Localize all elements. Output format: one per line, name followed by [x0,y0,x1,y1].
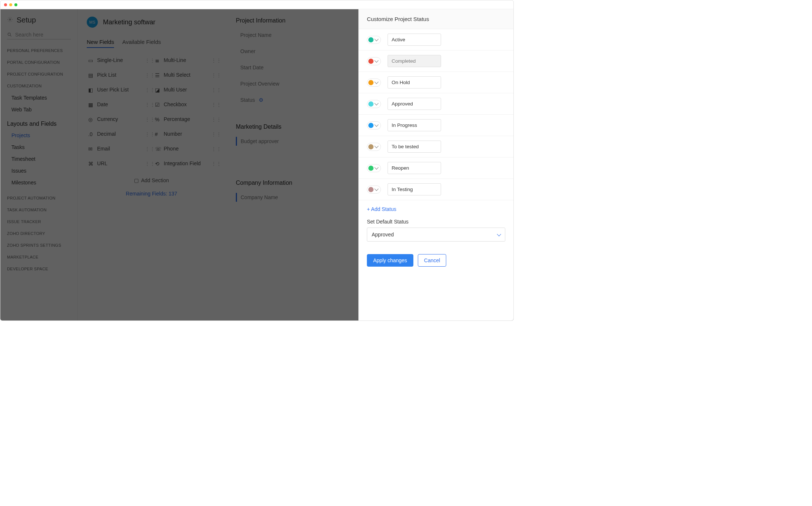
nav-customization[interactable]: CUSTOMIZATION [0,80,78,92]
status-panel: Customize Project Status + Add Status Se… [358,9,513,320]
status-name-input[interactable] [388,119,441,131]
drag-handle-icon[interactable]: ⋮⋮ [211,87,215,92]
color-picker[interactable] [367,57,381,65]
nav-developer-space[interactable]: DEVELOPER SPACE [0,263,78,275]
field-label: Single-Line [97,57,123,63]
add-status-button[interactable]: + Add Status [359,200,513,214]
status-name-input[interactable] [388,34,441,46]
drag-handle-icon[interactable]: ⋮⋮ [211,131,215,136]
status-name-input[interactable] [388,141,441,153]
color-picker[interactable] [367,79,381,87]
status-name-input[interactable] [388,98,441,110]
default-status-value: Approved [372,232,394,238]
panel-title: Customize Project Status [359,9,513,29]
drag-handle-icon[interactable]: ⋮⋮ [145,161,148,166]
field-pick-list[interactable]: ▤Pick List⋮⋮ [87,67,150,82]
nav-task-automation[interactable]: TASK AUTOMATION [0,204,78,216]
status-settings-icon[interactable]: ⚙ [259,97,264,103]
field-label: Phone [164,146,179,152]
field-integration-field[interactable]: ⟲Integration Field⋮⋮ [154,156,217,171]
add-section-button[interactable]: ▢ Add Section [87,171,216,186]
field-email[interactable]: ✉Email⋮⋮ [87,141,150,156]
field-multi-line[interactable]: ≣Multi-Line⋮⋮ [154,53,217,67]
window-zoom-dot[interactable] [14,3,17,6]
field-label: Multi User [164,87,187,93]
field-percentage[interactable]: %Percentage⋮⋮ [154,112,217,126]
apply-changes-button[interactable]: Apply changes [367,254,413,267]
field-multi-select[interactable]: ☰Multi Select⋮⋮ [154,67,217,82]
field-decimal[interactable]: .0Decimal⋮⋮ [87,126,150,141]
drag-handle-icon[interactable]: ⋮⋮ [211,72,215,77]
field-multi-user[interactable]: ◪Multi User⋮⋮ [154,82,217,97]
color-picker[interactable] [367,143,381,151]
drag-handle-icon[interactable]: ⋮⋮ [145,117,148,122]
field-date[interactable]: ▦Date⋮⋮ [87,97,150,112]
project-title: Marketing softwar [103,18,155,26]
chevron-down-icon [374,101,378,105]
status-row-on-hold [359,72,513,93]
nav-project-configuration[interactable]: PROJECT CONFIGURATION [0,68,78,80]
drag-handle-icon[interactable]: ⋮⋮ [211,161,215,166]
nav-web-tab[interactable]: Web Tab [0,104,78,115]
field-type-icon: ☑ [155,102,160,107]
status-name-input[interactable] [388,162,441,174]
nav-task-templates[interactable]: Task Templates [0,92,78,104]
color-picker[interactable] [367,100,381,108]
field-user-pick-list[interactable]: ◧User Pick List⋮⋮ [87,82,150,97]
cancel-button[interactable]: Cancel [418,254,447,267]
window-minimize-dot[interactable] [9,3,12,6]
drag-handle-icon[interactable]: ⋮⋮ [145,87,148,92]
drag-handle-icon[interactable]: ⋮⋮ [145,131,148,136]
search-icon [7,32,12,37]
drag-handle-icon[interactable]: ⋮⋮ [145,102,148,107]
drag-handle-icon[interactable]: ⋮⋮ [211,102,215,107]
window-close-dot[interactable] [4,3,7,6]
color-picker[interactable] [367,186,381,194]
nav-tasks[interactable]: Tasks [0,141,78,153]
field-number[interactable]: #Number⋮⋮ [154,126,217,141]
drag-handle-icon[interactable]: ⋮⋮ [211,58,215,63]
window-titlebar [0,0,513,9]
chevron-down-icon [374,144,378,148]
color-picker[interactable] [367,36,381,44]
nav-milestones[interactable]: Milestones [0,177,78,188]
nav-issues[interactable]: Issues [0,165,78,177]
status-row-reopen [359,157,513,179]
field-checkbox[interactable]: ☑Checkbox⋮⋮ [154,97,217,112]
nav-marketplace[interactable]: MARKETPLACE [0,251,78,263]
field-type-icon: ▤ [88,72,93,77]
nav-timesheet[interactable]: Timesheet [0,153,78,165]
tab-new-fields[interactable]: New Fields [87,37,114,48]
field-single-line[interactable]: ▭Single-Line⋮⋮ [87,53,150,67]
nav-issue-tracker[interactable]: ISSUE TRACKER [0,216,78,228]
field-label: Integration Field [164,160,201,166]
status-row-active [359,29,513,51]
field-url[interactable]: ⌘URL⋮⋮ [87,156,150,171]
color-picker[interactable] [367,121,381,129]
nav-zoho-sprints[interactable]: ZOHO SPRINTS SETTINGS [0,239,78,251]
nav-zoho-directory[interactable]: ZOHO DIRECTORY [0,228,78,239]
fields-column: MS Marketing softwar New Fields Availabl… [78,9,226,320]
nav-personal-preferences[interactable]: PERSONAL PREFERENCES [0,45,78,56]
field-label: Currency [97,116,118,122]
nav-project-automation[interactable]: PROJECT AUTOMATION [0,188,78,204]
nav-projects[interactable]: Projects [0,129,78,141]
field-type-icon: ≣ [155,58,160,63]
nav-portal-configuration[interactable]: PORTAL CONFIGURATION [0,56,78,68]
field-currency[interactable]: ◎Currency⋮⋮ [87,112,150,126]
status-name-input[interactable] [388,76,441,89]
color-picker[interactable] [367,164,381,172]
tab-available-fields[interactable]: Available Fields [122,37,161,48]
setup-title: Setup [17,16,36,24]
status-name-input[interactable] [388,183,441,195]
field-label: Pick List [97,72,116,78]
sidebar-search[interactable]: Search here [7,30,71,39]
color-swatch [368,187,374,192]
drag-handle-icon[interactable]: ⋮⋮ [145,58,148,63]
field-phone[interactable]: ☏Phone⋮⋮ [154,141,217,156]
drag-handle-icon[interactable]: ⋮⋮ [145,146,148,151]
drag-handle-icon[interactable]: ⋮⋮ [211,117,215,122]
drag-handle-icon[interactable]: ⋮⋮ [145,72,148,77]
drag-handle-icon[interactable]: ⋮⋮ [211,146,215,151]
default-status-select[interactable]: Approved [367,228,505,242]
